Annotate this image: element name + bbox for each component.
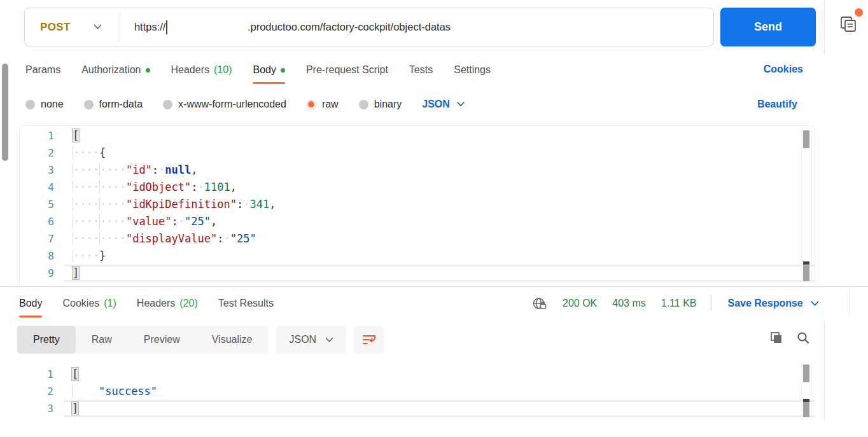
code-line[interactable]: 1[ [19,366,815,383]
editor-scrollbar-thumb[interactable] [803,130,809,148]
green-dot-icon [281,68,285,73]
response-scrollbar-mark [803,402,809,417]
editor-scrollbar-mark [803,265,809,281]
radio-icon [359,100,368,109]
line-number: 2 [19,383,64,400]
search-button[interactable] [795,330,811,345]
url-input[interactable]: https://.productoo.com/factory-cockpit/o… [120,8,713,46]
status-code[interactable]: 200 OK [563,298,597,309]
response-size[interactable]: 1.11 KB [661,298,697,309]
code-text: ········"value":·"25", [64,213,815,230]
save-response-button[interactable]: Save Response [727,298,818,309]
response-tabs: Body Cookies(1) Headers(20) Test Results [19,292,274,315]
line-number: 1 [20,127,64,144]
divider [711,295,712,312]
code-line[interactable]: 7········"displayValue":·"25" [20,230,815,247]
response-scrollbar-thumb[interactable] [803,364,809,382]
response-tab-headers[interactable]: Headers(20) [137,294,198,313]
body-mode-raw[interactable]: raw [307,99,339,110]
line-number: 1 [19,366,64,383]
tab-body[interactable]: Body [253,60,284,80]
chevron-down-icon [325,337,333,343]
cookies-link[interactable]: Cookies [764,64,803,75]
body-mode-binary[interactable]: binary [359,99,402,110]
body-language-select[interactable]: JSON [422,99,465,110]
page-vertical-scrollbar[interactable] [2,64,8,161]
code-snippet-glyph [839,13,859,34]
headers-count: (10) [214,64,232,76]
response-tab-body[interactable]: Body [19,294,42,313]
tab-headers[interactable]: Headers(10) [171,60,232,80]
response-tab-cookies[interactable]: Cookies(1) [62,294,116,313]
code-line[interactable]: 5········"idKpiDefinition":·341, [20,196,815,213]
code-line[interactable]: 2 "success" [19,383,815,400]
code-snippet-icon[interactable] [839,13,862,36]
tab-tests[interactable]: Tests [409,60,433,80]
response-tab-test-results[interactable]: Test Results [218,294,274,313]
tab-pre-request-script[interactable]: Pre-request Script [306,60,388,80]
view-pretty[interactable]: Pretty [17,326,76,354]
code-line[interactable]: 4········"idObject":·1101, [20,179,815,196]
code-line[interactable]: 3········"id":·null, [20,162,815,179]
response-view-controls: Pretty Raw Preview Visualize JSON [17,325,384,354]
response-language-select[interactable]: JSON [276,326,346,354]
response-time[interactable]: 403 ms [612,298,645,309]
code-line[interactable]: 9] [20,265,815,282]
search-icon [795,330,811,345]
code-line[interactable]: 1[ [20,127,815,144]
radio-icon [163,100,172,109]
radio-icon [84,100,94,109]
line-number: 5 [20,196,64,213]
view-visualize[interactable]: Visualize [196,326,269,354]
beautify-link[interactable]: Beautify [757,99,797,110]
line-number: 3 [19,400,64,417]
radio-selected-icon [307,100,316,109]
response-body-viewer[interactable]: 1[2 "success"3] [19,366,815,420]
body-mode-form-data[interactable]: form-data [84,99,143,110]
line-number: 4 [20,179,64,196]
notification-dot [855,8,863,17]
code-line[interactable]: 3] [19,400,815,417]
tab-params[interactable]: Params [25,60,60,80]
copy-icon [769,330,784,345]
code-text: ········"id":·null, [64,162,815,179]
code-text: ········"displayValue":·"25" [64,230,815,247]
divider [849,289,850,316]
wrap-lines-button[interactable] [354,326,384,354]
code-text: [ [64,366,815,383]
body-mode-urlencoded[interactable]: x-www-form-urlencoded [163,99,286,110]
code-line[interactable]: 6········"value":·"25", [20,213,815,230]
code-text: ········"idObject":·1101, [64,179,815,196]
text-wrap-icon [361,333,377,347]
tab-settings[interactable]: Settings [454,60,491,80]
code-text: ········"idKpiDefinition":·341, [64,196,815,213]
response-meta: 200 OK 403 ms 1.11 KB Save Response [532,292,819,315]
line-number: 9 [20,265,64,282]
radio-icon [25,100,35,109]
code-line[interactable]: 8····} [20,247,815,265]
method-label: POST [40,21,71,34]
line-number: 8 [20,247,64,265]
view-raw[interactable]: Raw [76,326,128,354]
url-rest: .productoo.com/factory-cockpit/object-da… [248,21,451,33]
send-button[interactable]: Send [720,8,816,46]
editor-scrollbar-track[interactable] [801,127,812,283]
code-text: ] [64,265,815,282]
header-divider [824,0,825,54]
copy-button[interactable] [769,330,784,345]
view-preview[interactable]: Preview [128,326,196,354]
code-text: ····{ [64,144,815,162]
editor-cursor-marker [803,261,809,265]
method-selector[interactable]: POST [25,8,120,46]
code-text: [ [64,127,815,144]
tab-authorization[interactable]: Authorization [81,60,150,80]
request-body-editor[interactable]: 1[2····{3········"id":·null,4········"id… [19,125,815,285]
code-text: ····} [64,247,815,265]
code-line[interactable]: 2····{ [20,144,815,162]
response-actions [769,330,811,345]
response-section-divider [0,286,868,287]
chevron-down-icon [94,24,102,30]
body-mode-none[interactable]: none [25,99,64,110]
line-number: 3 [20,162,64,179]
view-switcher: Pretty Raw Preview Visualize [17,326,268,354]
